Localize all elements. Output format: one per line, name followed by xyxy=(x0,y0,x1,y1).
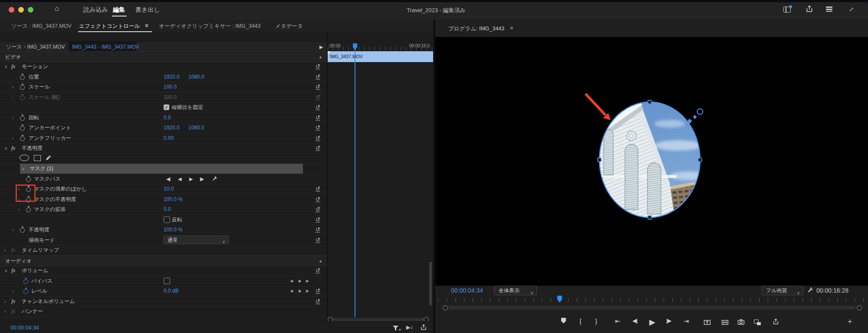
tab-program-monitor[interactable]: プログラム: IMG_3443 xyxy=(448,25,504,33)
mask-feather-value[interactable]: 10.0 xyxy=(164,186,174,192)
timeline-clip-name[interactable]: IMG_3443・IMG_3437.MOV xyxy=(72,43,139,50)
mask-tracking-options-icon[interactable] xyxy=(212,176,218,182)
fullscreen-icon[interactable]: ↔ xyxy=(845,3,856,14)
quick-export-button[interactable] xyxy=(772,318,779,325)
stopwatch-icon[interactable] xyxy=(23,278,28,284)
stopwatch-icon[interactable] xyxy=(20,84,25,90)
menu-stack-icon[interactable] xyxy=(826,6,832,13)
stopwatch-icon[interactable] xyxy=(23,288,28,294)
fx-badge-icon[interactable]: fx xyxy=(11,145,15,152)
anchor-x-value[interactable]: 1920.0 xyxy=(164,125,180,131)
scale-value[interactable]: 100.0 xyxy=(164,84,177,90)
share-icon[interactable] xyxy=(806,5,813,13)
add-keyframe-icon[interactable]: ◆ xyxy=(298,289,301,293)
workspace-icon[interactable] xyxy=(783,7,791,13)
twirl-icon[interactable]: › xyxy=(12,135,13,140)
add-keyframe-icon[interactable]: ◆ xyxy=(298,279,301,283)
ellipse-mask-button[interactable] xyxy=(20,155,29,162)
antiflicker-value[interactable]: 0.00 xyxy=(164,135,174,141)
program-scrub-ruler[interactable] xyxy=(438,298,865,302)
fx-badge-icon[interactable]: fx xyxy=(11,267,15,274)
reset-icon[interactable]: ↺ xyxy=(316,135,320,141)
program-video-area[interactable] xyxy=(435,37,868,286)
reset-icon[interactable]: ↺ xyxy=(316,288,320,294)
effect-controls-menu-icon[interactable]: ≡ xyxy=(145,23,148,29)
stopwatch-icon[interactable] xyxy=(20,74,25,80)
mark-in-button[interactable]: { xyxy=(579,317,582,325)
settings-wrench-icon[interactable] xyxy=(807,287,814,294)
play-audio-icon[interactable]: ▶♪ xyxy=(406,324,413,330)
reset-icon[interactable]: ↺ xyxy=(316,196,320,202)
extract-button[interactable] xyxy=(721,319,729,325)
anchor-y-value[interactable]: 1080.0 xyxy=(188,125,204,131)
export-icon[interactable] xyxy=(420,324,427,331)
reset-icon[interactable]: ↺ xyxy=(316,268,320,274)
multicam-toggle-button[interactable] xyxy=(754,319,761,326)
twirl-icon[interactable]: › xyxy=(4,309,6,314)
tab-edit[interactable]: 編集 xyxy=(113,6,125,14)
next-keyframe-icon[interactable]: ▶ xyxy=(306,279,309,283)
blend-mode-dropdown[interactable]: 通常 ∨ xyxy=(164,236,229,244)
go-to-out-button[interactable]: ⇥ xyxy=(684,317,689,325)
twirl-icon[interactable]: › xyxy=(12,227,13,232)
zoom-level-dropdown[interactable]: 全体表示 ∨ xyxy=(494,286,537,295)
program-scrollbar[interactable] xyxy=(448,306,855,310)
lift-button[interactable] xyxy=(704,319,711,325)
step-forward-button[interactable]: |▶ xyxy=(666,317,671,324)
track-backward-icon[interactable]: ◀ xyxy=(178,176,181,181)
stopwatch-icon[interactable] xyxy=(20,125,25,131)
stopwatch-icon[interactable] xyxy=(26,206,31,212)
pen-mask-button[interactable] xyxy=(45,155,52,161)
reset-icon[interactable]: ↺ xyxy=(316,84,320,90)
home-icon[interactable]: ⌂ xyxy=(55,4,59,13)
reset-icon[interactable]: ↺ xyxy=(316,186,320,192)
twirl-icon[interactable]: ∨ xyxy=(4,64,7,69)
twirl-icon[interactable]: › xyxy=(12,115,13,120)
mask-expansion-value[interactable]: 0.0 xyxy=(164,206,171,212)
tab-source-monitor[interactable]: ソース : IMG_3437.MOV xyxy=(11,23,72,30)
stopwatch-icon[interactable] xyxy=(20,227,25,233)
fx-badge-icon[interactable]: fx xyxy=(11,63,15,70)
button-editor-plus[interactable]: + xyxy=(848,317,852,326)
time-remap-label[interactable]: タイムリマップ xyxy=(22,247,59,254)
bypass-checkbox[interactable] xyxy=(164,277,170,284)
vertical-scrollbar[interactable] xyxy=(429,262,432,305)
rotation-value[interactable]: 0.0 xyxy=(164,115,171,121)
timeline-clip-name-box[interactable]: IMG_3443・IMG_3437.MOV xyxy=(69,42,136,52)
reset-icon[interactable]: ↺ xyxy=(316,298,320,304)
reset-icon[interactable]: ↺ xyxy=(316,125,320,131)
opacity-effect-label[interactable]: 不透明度 xyxy=(22,145,43,152)
opacity-value[interactable]: 100.0 % xyxy=(164,227,183,233)
invert-checkbox[interactable] xyxy=(164,216,170,223)
scrollbar-end-handle[interactable] xyxy=(857,305,862,310)
timeline-ruler[interactable] xyxy=(328,47,433,50)
twirl-icon[interactable]: › xyxy=(12,85,13,89)
tab-metadata[interactable]: メタデータ xyxy=(275,23,303,30)
reset-icon[interactable]: ↺ xyxy=(316,115,320,120)
timeline-clip[interactable]: IMG_3437.MOV xyxy=(328,51,433,62)
reset-icon[interactable]: ↺ xyxy=(316,64,320,69)
volume-label[interactable]: ボリューム xyxy=(22,267,48,274)
mark-out-button[interactable]: } xyxy=(595,317,597,325)
twirl-icon[interactable]: › xyxy=(12,289,13,293)
reset-icon[interactable]: ↺ xyxy=(316,145,320,151)
position-x-value[interactable]: 1920.0 xyxy=(164,74,180,80)
collapse-icon[interactable]: ▲ xyxy=(319,55,322,59)
twirl-icon[interactable]: › xyxy=(4,299,6,303)
position-y-value[interactable]: 1080.0 xyxy=(188,74,204,80)
panel-divider[interactable] xyxy=(327,33,328,333)
program-timecode[interactable]: 00:00:04:34 xyxy=(451,287,483,294)
tab-import[interactable]: 読み込み xyxy=(83,6,108,14)
reset-icon[interactable]: ↺ xyxy=(316,74,320,79)
add-marker-button[interactable] xyxy=(561,317,566,325)
close-button[interactable] xyxy=(9,7,14,13)
show-timeline-toggle-icon[interactable]: ▶ xyxy=(319,44,323,49)
uniform-scale-checkbox[interactable]: ✓ xyxy=(164,105,169,110)
chevron-down-icon[interactable]: ∨ xyxy=(62,44,65,49)
playback-quality-dropdown[interactable]: フル画質 ∨ xyxy=(762,286,803,295)
prev-keyframe-icon[interactable]: ◀ xyxy=(290,279,293,283)
tab-effect-controls[interactable]: エフェクトコントロール xyxy=(79,23,140,30)
reset-icon[interactable]: ↺ xyxy=(316,227,320,233)
next-keyframe-icon[interactable]: |▶ xyxy=(200,176,204,181)
level-value[interactable]: 0.0 dB xyxy=(164,288,179,294)
